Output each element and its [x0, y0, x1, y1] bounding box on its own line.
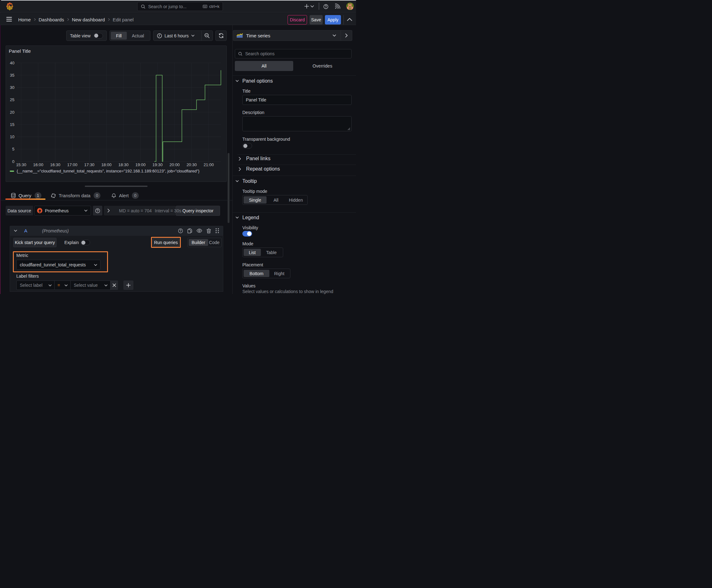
- svg-text:17:00: 17:00: [67, 162, 78, 167]
- svg-text:0: 0: [12, 159, 15, 164]
- svg-text:10: 10: [10, 134, 15, 139]
- svg-text:35: 35: [10, 73, 15, 78]
- svg-text:19:00: 19:00: [135, 162, 146, 167]
- svg-text:16:00: 16:00: [33, 162, 43, 167]
- svg-text:{__name__="cloudflared_tunnel_: {__name__="cloudflared_tunnel_total_requ…: [17, 169, 200, 173]
- svg-text:40: 40: [10, 61, 15, 65]
- svg-text:5: 5: [12, 147, 15, 151]
- svg-text:21:00: 21:00: [203, 162, 214, 167]
- svg-text:15: 15: [10, 122, 15, 127]
- svg-text:25: 25: [10, 97, 15, 102]
- svg-text:17:30: 17:30: [84, 162, 94, 167]
- svg-text:20: 20: [10, 110, 15, 114]
- svg-text:20:30: 20:30: [187, 162, 197, 167]
- svg-text:15:30: 15:30: [16, 162, 26, 167]
- svg-text:30: 30: [10, 85, 15, 90]
- svg-text:16:30: 16:30: [50, 162, 61, 167]
- svg-text:19:30: 19:30: [153, 162, 163, 167]
- svg-text:18:30: 18:30: [118, 162, 129, 167]
- svg-text:18:00: 18:00: [102, 162, 112, 167]
- svg-text:20:00: 20:00: [170, 162, 180, 167]
